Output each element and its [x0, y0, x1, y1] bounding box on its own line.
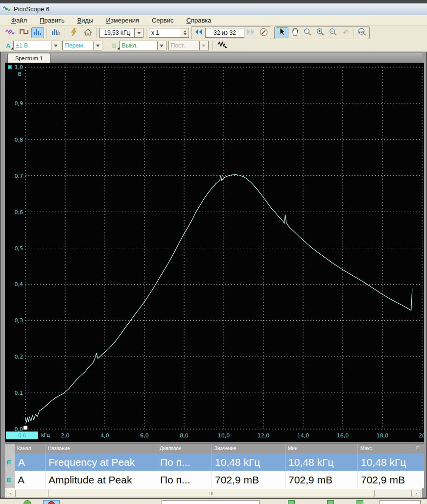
buffer-overview-button[interactable] [257, 27, 270, 38]
zoom-100-button[interactable]: 100 [356, 27, 368, 38]
main-toolbar: 19,53 kГц x 1 32 из 32 ↶ 100 [0, 26, 427, 40]
x-axis-offset-box[interactable]: 0,0 [6, 432, 38, 439]
zoom-undo-button[interactable]: ↶ [339, 27, 352, 38]
measurement-row-amplitude[interactable]: A Amplitude at Peak По п... 702,9 mВ 702… [15, 471, 424, 488]
trigger-toolbar-clipped [0, 498, 427, 504]
channel-b-range-select[interactable]: Выкл. [119, 41, 166, 50]
horizontal-scrollbar[interactable]: ‹ › [5, 488, 422, 498]
x-axis-offset-handle[interactable] [24, 426, 27, 430]
channel-b-coupling-value: Пост. [168, 41, 200, 50]
square-wave-button[interactable] [18, 27, 30, 38]
persistence-view-button[interactable] [49, 27, 62, 38]
trigger-marker-icon[interactable] [327, 500, 334, 504]
menu-item-help[interactable]: Справка [180, 16, 218, 25]
chevron-down-icon[interactable] [51, 41, 60, 50]
panel-window-buttons[interactable]: – □ [409, 445, 421, 450]
row-marker-icon[interactable] [7, 460, 11, 464]
svg-text:2,0: 2,0 [61, 432, 70, 439]
scroll-right-button[interactable]: › [411, 490, 421, 497]
header-name[interactable]: Название [45, 444, 157, 454]
spinner-arrows-icon[interactable] [181, 28, 189, 38]
menu-item-edit[interactable]: Править [33, 16, 71, 25]
x-axis-unit-label: kГц [41, 432, 50, 438]
channel-toolbar: A ±1 В Перем. B Выкл. Пост. [0, 40, 427, 52]
buffer-position[interactable]: 32 из 32 [205, 28, 244, 38]
stop-capture-button[interactable] [43, 500, 60, 504]
channel-b-button[interactable]: B [112, 42, 116, 49]
stop-icon [48, 501, 55, 504]
zoom-out-button[interactable] [327, 27, 339, 38]
scope-view-button[interactable] [4, 27, 17, 38]
toolbar-separator [212, 41, 213, 50]
svg-text:0,9: 0,9 [15, 100, 24, 107]
window-titlebar[interactable]: PicoScope 6 [0, 3, 427, 15]
menu-item-tools[interactable]: Сервис [145, 16, 180, 25]
toolbar-separator [65, 28, 65, 38]
channel-a-coupling-select[interactable]: Перем. [62, 41, 102, 50]
tab-spectrum-1[interactable]: Spectrum 1 [7, 53, 50, 63]
double-right-arrow-icon [247, 28, 255, 37]
menu-item-measurements[interactable]: Измерения [100, 16, 145, 25]
measurement-row-frequency[interactable]: A Frequency at Peak По п... 10,48 kГц 10… [15, 454, 424, 471]
workspace: Spectrum 1 1,00,90,80,70,60,50,40,30,20,… [0, 52, 427, 498]
magnifier-100-icon: 100 [357, 28, 366, 38]
chevron-down-icon[interactable] [135, 28, 143, 38]
signal-generator-button[interactable] [216, 40, 229, 51]
menu-item-views[interactable]: Виды [71, 16, 100, 25]
channel-a-range-select[interactable]: ±1 В [13, 41, 60, 50]
trigger-mode-select[interactable] [162, 500, 260, 504]
channel-b-coupling-select[interactable]: Пост. [168, 41, 209, 50]
spectrum-chart[interactable]: 1,00,90,80,70,60,50,40,30,20,10,0В0,02,0… [5, 63, 424, 442]
svg-text:0,2: 0,2 [15, 354, 24, 360]
marquee-zoom-button[interactable] [301, 27, 314, 38]
hand-icon [291, 28, 299, 38]
scrollbar-thumb[interactable] [48, 490, 375, 497]
svg-text:В: В [18, 71, 22, 77]
buffer-next-button[interactable] [244, 27, 257, 38]
start-capture-icon[interactable] [24, 500, 31, 504]
chevron-down-icon[interactable] [94, 41, 102, 50]
app-icon [3, 5, 11, 14]
cursor-tool-button[interactable] [276, 27, 288, 38]
measurements-table: Канал Название Диапазон Значение Мин. Ма… [5, 443, 424, 488]
svg-text:8,0: 8,0 [180, 432, 189, 439]
zoom-factor-spinner[interactable]: x 1 [149, 28, 189, 38]
buffer-navigation-group: 32 из 32 [191, 26, 271, 39]
spectrum-range-select[interactable]: 19,53 kГц [99, 28, 143, 38]
trigger-channel-select[interactable] [380, 500, 421, 504]
svg-text:14,0: 14,0 [297, 432, 309, 439]
magnifier-minus-icon [329, 28, 337, 38]
zoom-in-button[interactable] [314, 27, 327, 38]
spectrum-view-button[interactable] [31, 27, 44, 38]
header-channel[interactable]: Канал [15, 444, 45, 454]
double-left-arrow-icon [195, 28, 203, 37]
header-value[interactable]: Значение [212, 444, 285, 454]
trigger-marker-icon[interactable] [356, 500, 363, 504]
menu-item-file[interactable]: Файл [5, 16, 33, 25]
channel-a-button[interactable]: A [6, 42, 10, 49]
scroll-left-button[interactable]: ‹ [6, 490, 16, 497]
svg-text:6,0: 6,0 [140, 432, 149, 439]
svg-text:20: 20 [419, 432, 424, 439]
buffer-prev-button[interactable] [192, 27, 205, 38]
chevron-down-icon[interactable] [200, 41, 209, 50]
row-marker-icon[interactable] [7, 478, 11, 482]
auto-setup-button[interactable] [68, 27, 80, 38]
pan-tool-button[interactable] [288, 27, 301, 38]
channel-a-indicator-icon[interactable] [8, 65, 12, 69]
square-wave-icon [20, 28, 28, 37]
spectrum-bars-icon [33, 28, 42, 37]
chevron-down-icon[interactable] [158, 41, 166, 50]
svg-text:0,4: 0,4 [15, 281, 24, 288]
svg-text:4,0: 4,0 [100, 432, 109, 439]
home-button[interactable] [81, 27, 94, 38]
zoom-tools-group: ↶ 100 [274, 26, 370, 39]
toolbar-separator [146, 28, 146, 38]
header-span[interactable]: Диапазон [157, 444, 212, 454]
header-min[interactable]: Мин. [285, 444, 357, 454]
picoscope-window: PicoScope 6 Файл Править Виды Измерения … [0, 0, 427, 504]
trigger-marker-icon[interactable] [288, 500, 295, 504]
svg-text:0,3: 0,3 [15, 317, 24, 324]
spectrum-plot[interactable]: 1,00,90,80,70,60,50,40,30,20,10,0В0,02,0… [5, 63, 424, 442]
channel-b-range-value: Выкл. [119, 41, 158, 50]
